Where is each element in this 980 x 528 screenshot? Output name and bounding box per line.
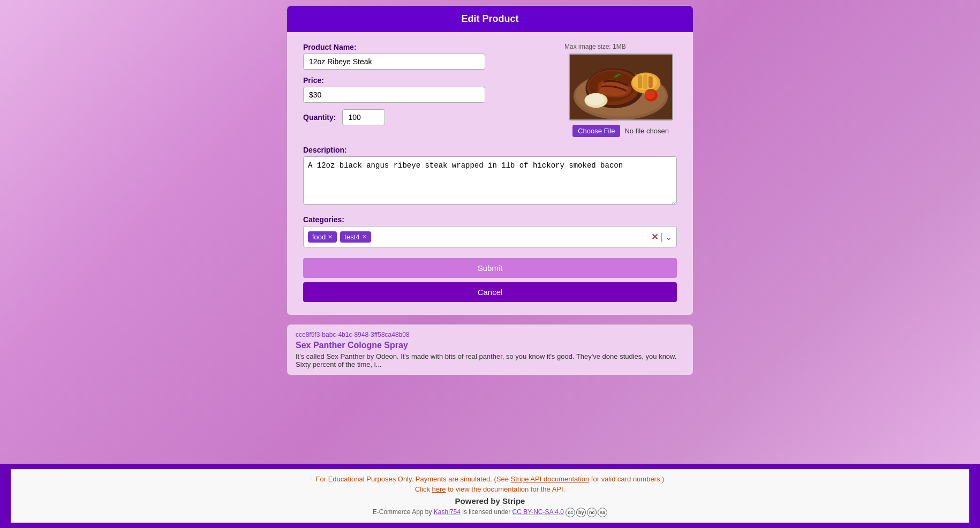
product-title[interactable]: Sex Panther Cologne Spray [296, 341, 684, 350]
svg-point-14 [585, 94, 604, 105]
product-name-input[interactable] [303, 54, 485, 70]
stripe-api-link[interactable]: Stripe API documentation [511, 475, 590, 483]
product-list-body: cce8f5f3-babc-4b1c-8948-3ff58ca48b08 Sex… [287, 325, 693, 375]
main-form-area: Product Name: Price: Quantity: Max image… [303, 43, 677, 137]
steak-image-svg [570, 54, 672, 120]
price-row: Price: [303, 76, 554, 103]
docs-here-link[interactable]: here [432, 485, 446, 493]
categories-dropdown-button[interactable]: ⌄ [665, 232, 672, 242]
cc-icons: cc by nc sa [566, 508, 607, 517]
clear-categories-button[interactable]: ✕ [651, 232, 658, 242]
cc-icon-sa: sa [598, 508, 607, 517]
bottom-footer: For Educational Purposes Only. Payments … [0, 464, 980, 528]
categories-select-box[interactable]: food ✕ test4 ✕ ✕ | ⌄ [303, 226, 677, 247]
cc-icon-cc: cc [566, 508, 575, 517]
divider: | [660, 231, 663, 243]
page-content: Edit Product Product Name: Price: Quanti… [0, 0, 980, 464]
categories-section: Categories: food ✕ test4 ✕ ✕ | ⌄ [303, 215, 677, 247]
choose-file-button[interactable]: Choose File [572, 125, 620, 137]
category-tag-food[interactable]: food ✕ [308, 231, 337, 243]
right-col: Max image size: 1MB [564, 43, 677, 137]
footer-educational-text: For Educational Purposes Only. Payments … [21, 475, 959, 483]
author-link[interactable]: Kashi754 [434, 508, 461, 516]
footer-license: E-Commerce App by Kashi754 is licensed u… [21, 508, 959, 517]
card-body: Product Name: Price: Quantity: Max image… [287, 32, 693, 315]
product-description: It's called Sex Panther by Odeon. It's m… [296, 352, 684, 368]
footer-bar: For Educational Purposes Only. Payments … [11, 469, 969, 523]
cc-icon-nc: nc [587, 508, 597, 517]
product-name-label: Product Name: [303, 43, 554, 51]
quantity-label: Quantity: [303, 113, 336, 122]
submit-button[interactable]: Submit [303, 258, 677, 278]
svg-rect-9 [643, 74, 647, 89]
category-tag-test4[interactable]: test4 ✕ [340, 231, 371, 243]
cancel-button[interactable]: Cancel [303, 282, 677, 302]
price-input[interactable] [303, 87, 485, 103]
product-image-preview [569, 54, 673, 120]
product-list-card: cce8f5f3-babc-4b1c-8948-3ff58ca48b08 Sex… [287, 324, 693, 375]
category-tag-food-remove[interactable]: ✕ [328, 233, 333, 240]
cc-license-link[interactable]: CC BY-NC-SA 4.0 [512, 508, 564, 516]
description-section: Description: A 12oz black angus ribeye s… [303, 146, 677, 207]
left-col: Product Name: Price: Quantity: [303, 43, 554, 137]
description-textarea[interactable]: A 12oz black angus ribeye steak wrapped … [303, 156, 677, 205]
product-name-row: Product Name: [303, 43, 554, 70]
card-title: Edit Product [462, 13, 519, 24]
edit-product-card: Edit Product Product Name: Price: Quanti… [287, 5, 693, 315]
category-tag-food-label: food [312, 233, 326, 241]
footer-docs-text: Click here to view the documentation for… [21, 485, 959, 493]
svg-rect-10 [648, 76, 652, 88]
categories-controls: ✕ | ⌄ [651, 231, 672, 243]
no-file-text: No file chosen [624, 127, 668, 135]
categories-label: Categories: [303, 215, 677, 224]
quantity-input[interactable] [342, 109, 385, 125]
product-uuid: cce8f5f3-babc-4b1c-8948-3ff58ca48b08 [296, 331, 684, 338]
footer-powered: Powered by Stripe [21, 496, 959, 506]
file-input-row: Choose File No file chosen [572, 125, 669, 137]
category-tag-test4-label: test4 [344, 233, 359, 241]
category-tag-test4-remove[interactable]: ✕ [362, 233, 367, 240]
price-label: Price: [303, 76, 554, 85]
svg-rect-8 [638, 75, 642, 88]
quantity-row: Quantity: [303, 109, 554, 125]
cc-icon-by: by [576, 508, 586, 517]
card-header: Edit Product [287, 6, 693, 32]
max-image-note: Max image size: 1MB [564, 43, 626, 50]
description-label: Description: [303, 146, 677, 154]
